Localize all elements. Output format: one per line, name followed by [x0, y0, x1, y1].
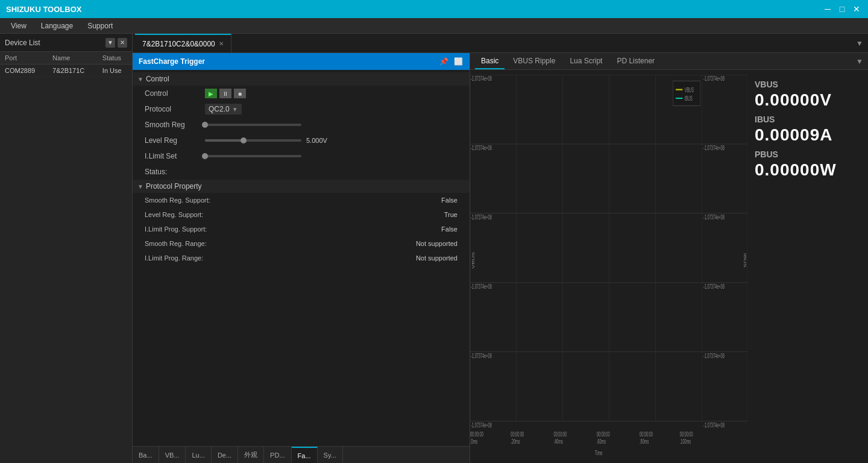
svg-text:00:00:00: 00:00:00	[680, 431, 693, 438]
menu-bar: View Language Support	[0, 18, 868, 34]
svg-text:-1.07374e+08: -1.07374e+08	[703, 422, 725, 429]
sidebar: Device List ▼ ✕ Port Name Status COM2889…	[0, 34, 133, 463]
sidebar-title: Device List	[5, 39, 103, 47]
dropdown-arrow-icon: ▼	[232, 106, 238, 113]
protocol-value: QC2.0	[209, 105, 230, 113]
pbus-value: 0.00000W	[755, 160, 861, 180]
bot-tab-lu[interactable]: Lu...	[186, 447, 211, 463]
sidebar-close-button[interactable]: ✕	[118, 38, 127, 48]
bot-tab-pd[interactable]: PD...	[264, 447, 291, 463]
ilimit-prog-support-value: False	[397, 225, 458, 233]
smooth-reg-label: Smooth Reg	[145, 121, 205, 129]
ilimit-slider[interactable]	[205, 155, 458, 157]
menu-view[interactable]: View	[5, 20, 33, 31]
chart-area: -1.07374e+08 -1.07374e+08 -1.07374e+08 -…	[470, 70, 868, 463]
stop-button[interactable]: ■	[234, 89, 246, 98]
chart-tab-pd[interactable]: PD Listener	[611, 53, 661, 69]
smooth-reg-range-value: Not supported	[397, 240, 458, 247]
vbus-label: VBUS	[755, 80, 861, 89]
svg-text:.0ms: .0ms	[470, 439, 477, 446]
svg-text:Time: Time	[595, 450, 603, 456]
svg-text:VBUS: VBUS	[685, 87, 694, 93]
chart-svg: -1.07374e+08 -1.07374e+08 -1.07374e+08 -…	[470, 75, 747, 458]
ilimit-prog-range-value: Not supported	[397, 254, 458, 262]
svg-text:.20ms: .20ms	[511, 439, 520, 446]
svg-text:.60ms: .60ms	[597, 439, 606, 446]
svg-text:-1.07374e+08: -1.07374e+08	[471, 214, 492, 221]
chart-tab-lua[interactable]: Lua Script	[564, 53, 608, 69]
status-row: Status:	[133, 164, 470, 180]
protocol-row: Protocol QC2.0 ▼	[133, 101, 470, 117]
sidebar-dropdown-button[interactable]: ▼	[105, 38, 115, 48]
vbus-value: 0.00000V	[755, 90, 861, 110]
svg-text:00:00:00: 00:00:00	[511, 431, 524, 438]
close-button[interactable]: ✕	[851, 4, 862, 14]
svg-text:-1.07374e+08: -1.07374e+08	[471, 422, 492, 429]
property-section-header[interactable]: ▼ Protocol Property	[133, 180, 470, 193]
bot-tab-ba[interactable]: Ba...	[133, 447, 159, 463]
chart-tabs: Basic VBUS Ripple Lua Script PD Listener…	[470, 53, 868, 70]
pause-button[interactable]: ⏸	[219, 89, 231, 98]
ilimit-prog-support-label: I.Limit Prog. Support:	[145, 225, 397, 233]
smooth-reg-track[interactable]	[205, 124, 301, 126]
minimize-button[interactable]: ─	[822, 4, 833, 14]
sidebar-header: Device List ▼ ✕	[0, 34, 132, 52]
play-button[interactable]: ▶	[205, 89, 217, 98]
maximize-button[interactable]: □	[837, 4, 848, 14]
ilimit-row: I.Limit Set	[133, 148, 470, 164]
svg-text:-1.07374e+08: -1.07374e+08	[471, 353, 492, 359]
vbus-reading: VBUS 0.00000V	[755, 80, 861, 110]
bot-tab-ext[interactable]: 外观	[238, 447, 264, 463]
level-reg-value: 5.000V	[306, 137, 336, 144]
status-label: Status:	[145, 168, 205, 176]
tab-scroll-button[interactable]: ▼	[851, 34, 868, 52]
device-status: In Use	[98, 65, 132, 77]
main-tab[interactable]: 7&2B1710C2&0&0000 ✕	[135, 34, 231, 52]
smooth-reg-support-row: Smooth Reg. Support: False	[133, 193, 470, 207]
bot-tab-sy[interactable]: Sy...	[318, 447, 343, 463]
bot-tab-fa[interactable]: Fa...	[292, 447, 318, 463]
title-bar: SHIZUKU TOOLBOX ─ □ ✕	[0, 0, 868, 18]
level-reg-track[interactable]	[205, 139, 301, 142]
device-port: COM2889	[0, 65, 48, 77]
bot-tab-vb[interactable]: VB...	[159, 447, 186, 463]
menu-support[interactable]: Support	[81, 20, 119, 31]
tab-close-button[interactable]: ✕	[219, 40, 224, 47]
level-reg-support-value: True	[397, 211, 458, 218]
control-section-header[interactable]: ▼ Control	[133, 72, 470, 86]
level-reg-slider[interactable]: 5.000V	[205, 137, 458, 144]
svg-text:00:00:00: 00:00:00	[554, 431, 567, 438]
control-label: Control	[145, 89, 205, 98]
fastcharge-header: FastCharge Trigger 📌 ⬜	[133, 53, 470, 70]
bot-tab-de[interactable]: De...	[212, 447, 238, 463]
fastcharge-pin-button[interactable]: 📌	[438, 56, 449, 67]
chart-scroll-button[interactable]: ▼	[856, 53, 863, 69]
ibus-label: IBUS	[755, 115, 861, 124]
device-row[interactable]: COM2889 7&2B171C In Use	[0, 65, 132, 77]
svg-text:IBUS: IBUS	[743, 253, 747, 268]
inner-content: FastCharge Trigger 📌 ⬜ ▼ Control Control	[133, 53, 868, 463]
svg-text:.80ms: .80ms	[640, 439, 649, 446]
fastcharge-expand-button[interactable]: ⬜	[453, 56, 464, 67]
property-section-label: Protocol Property	[146, 182, 202, 191]
pbus-reading: PBUS 0.00000W	[755, 150, 861, 180]
protocol-label: Protocol	[145, 105, 205, 113]
level-reg-support-label: Level Reg. Support:	[145, 211, 397, 218]
svg-text:VBUS: VBUS	[471, 251, 475, 268]
svg-text:-1.07374e+08: -1.07374e+08	[703, 353, 725, 359]
col-name: Name	[48, 52, 98, 65]
svg-text:00:00:00: 00:00:00	[597, 431, 610, 438]
svg-text:-1.07374e+08: -1.07374e+08	[703, 214, 725, 221]
smooth-reg-slider[interactable]	[205, 124, 458, 126]
svg-text:00:00:00: 00:00:00	[470, 431, 483, 438]
menu-language[interactable]: Language	[35, 20, 79, 31]
ibus-reading: IBUS 0.00009A	[755, 115, 861, 145]
device-table: Port Name Status COM2889 7&2B171C In Use	[0, 52, 132, 77]
main-layout: Device List ▼ ✕ Port Name Status COM2889…	[0, 34, 868, 463]
svg-text:-1.07374e+08: -1.07374e+08	[471, 145, 492, 151]
chart-tab-vbus-ripple[interactable]: VBUS Ripple	[507, 53, 561, 69]
chart-tab-basic[interactable]: Basic	[475, 53, 505, 69]
ilimit-track[interactable]	[205, 155, 301, 157]
protocol-dropdown[interactable]: QC2.0 ▼	[205, 104, 242, 115]
level-reg-label: Level Reg	[145, 136, 205, 145]
